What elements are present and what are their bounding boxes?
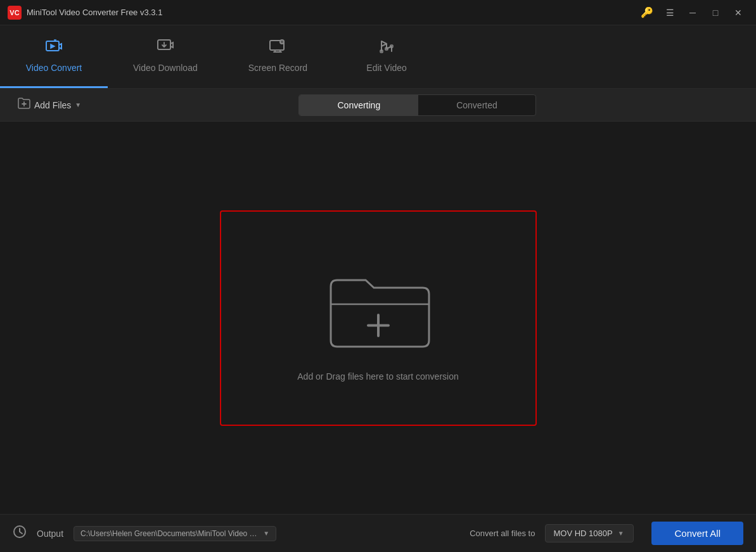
menu-icon: ☰	[666, 8, 674, 18]
add-files-button[interactable]: Add Files ▼	[10, 94, 89, 116]
settings-icon-btn[interactable]: 🔑	[637, 4, 657, 22]
app-title: MiniTool Video Converter Free v3.3.1	[27, 8, 637, 17]
maximize-btn[interactable]: □	[705, 4, 726, 22]
tab-video-download[interactable]: Video Download	[108, 25, 223, 88]
main-content: Add or Drag files here to start conversi…	[0, 122, 756, 514]
svg-point-4	[281, 41, 283, 43]
tab-edit-video[interactable]: Edit Video	[333, 25, 440, 88]
tab-video-download-label: Video Download	[133, 63, 198, 73]
drop-zone-text: Add or Drag files here to start conversi…	[297, 371, 458, 382]
format-dropdown-icon: ▼	[618, 530, 624, 537]
tab-screen-record[interactable]: Screen Record	[223, 25, 333, 88]
close-icon: ✕	[734, 8, 742, 18]
nav-tabs: Video Convert Video Download Screen Reco…	[0, 25, 756, 89]
tab-video-convert[interactable]: Video Convert	[0, 25, 108, 88]
screen-record-icon	[269, 39, 286, 58]
edit-video-icon	[378, 39, 395, 58]
app-logo: VC	[8, 6, 22, 20]
format-selector[interactable]: MOV HD 1080P ▼	[545, 524, 634, 542]
tab-edit-video-label: Edit Video	[366, 63, 407, 73]
output-path-dropdown-icon: ▼	[263, 530, 269, 537]
minimize-btn[interactable]: ─	[682, 4, 703, 22]
convert-all-files-label: Convert all files to	[470, 529, 535, 538]
sub-toolbar: Add Files ▼ Converting Converted	[0, 89, 756, 122]
add-files-label: Add Files	[34, 100, 71, 110]
minimize-icon: ─	[689, 8, 696, 18]
bottom-bar: Output C:\Users\Helen Green\Documents\Mi…	[0, 514, 756, 552]
format-selector-text: MOV HD 1080P	[553, 529, 612, 538]
convert-all-button[interactable]: Convert All	[651, 522, 743, 545]
title-bar: VC MiniTool Video Converter Free v3.3.1 …	[0, 0, 756, 25]
output-path-selector[interactable]: C:\Users\Helen Green\Documents\MiniTool …	[74, 526, 276, 541]
menu-btn[interactable]: ☰	[660, 4, 680, 22]
output-label: Output	[37, 529, 63, 539]
tab-video-convert-label: Video Convert	[26, 63, 82, 73]
output-path-text: C:\Users\Helen Green\Documents\MiniTool …	[80, 529, 259, 538]
sub-tab-converting[interactable]: Converting	[299, 95, 418, 115]
add-folder-icon	[18, 98, 30, 112]
sub-tab-converted[interactable]: Converted	[418, 95, 535, 115]
maximize-icon: □	[713, 8, 718, 18]
tab-screen-record-label: Screen Record	[248, 63, 307, 73]
window-controls: 🔑 ☰ ─ □ ✕	[637, 4, 748, 22]
add-files-dropdown-icon: ▼	[75, 101, 81, 108]
video-convert-icon	[45, 39, 63, 58]
close-btn[interactable]: ✕	[728, 4, 748, 22]
folder-plus-icon	[318, 255, 439, 356]
sub-tabs: Converting Converted	[298, 94, 535, 116]
drop-zone[interactable]: Add or Drag files here to start conversi…	[220, 210, 537, 426]
key-icon: 🔑	[641, 6, 653, 18]
output-history-icon[interactable]	[13, 525, 27, 542]
video-download-icon	[157, 39, 174, 58]
